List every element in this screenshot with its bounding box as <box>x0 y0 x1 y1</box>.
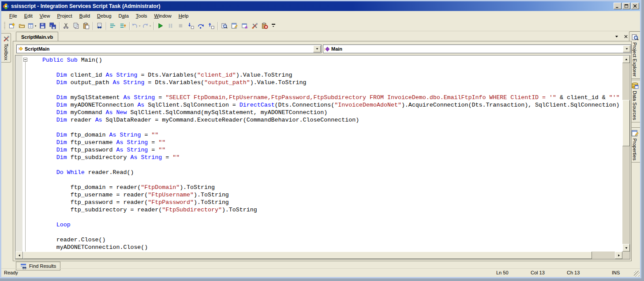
redo-icon <box>142 22 149 29</box>
menu-file[interactable]: File <box>6 12 21 20</box>
save-button[interactable] <box>37 21 48 31</box>
menu-build[interactable]: Build <box>76 12 94 20</box>
code-line <box>28 214 622 221</box>
menu-project[interactable]: Project <box>53 12 75 20</box>
find-in-files-icon <box>96 22 103 29</box>
code-line: Do While reader.Read() <box>28 169 622 176</box>
find-in-files-button[interactable] <box>94 21 105 31</box>
add-new-item-button[interactable] <box>7 21 17 31</box>
horizontal-scrollbar-thumb[interactable] <box>23 251 592 259</box>
outlining-margin <box>22 55 28 251</box>
code-line: ftp_domain = reader("FtpDomain").ToStrin… <box>28 184 622 191</box>
window-title: ssisscript - Integration Services Script… <box>11 3 161 9</box>
code-line: Dim myADONETConnection As SqlClient.SqlC… <box>28 101 622 109</box>
comment-lines-button[interactable] <box>108 21 118 31</box>
error-list-button[interactable] <box>260 21 270 31</box>
save-icon <box>39 22 46 29</box>
uncomment-lines-icon <box>120 22 126 29</box>
collapse-region-toggle[interactable] <box>23 58 27 62</box>
scroll-down-button[interactable] <box>622 244 630 251</box>
maximize-button[interactable] <box>622 3 630 9</box>
step-out-button[interactable] <box>206 21 216 31</box>
document-tab-scriptmain[interactable]: ScriptMain.vb <box>16 32 58 41</box>
open-file-button[interactable] <box>17 21 27 31</box>
close-button[interactable] <box>631 3 639 9</box>
data-sources-icon <box>631 82 639 89</box>
tab-toolbox[interactable]: Toolbox <box>1 33 11 63</box>
resize-grip[interactable] <box>634 271 640 277</box>
title-bar: ssisscript - Integration Services Script… <box>1 1 640 11</box>
types-combobox[interactable]: ScriptMain <box>16 44 322 53</box>
code-line: Dim ftp_subdirectory As String = "" <box>28 154 622 161</box>
code-line: Dim client_id As String = Dts.Variables(… <box>28 71 622 79</box>
add-item-button[interactable] <box>27 21 37 31</box>
undo-button[interactable] <box>131 21 142 31</box>
solution-explorer-icon <box>221 22 228 29</box>
menu-tools[interactable]: Tools <box>132 12 151 20</box>
menu-data[interactable]: Data <box>115 12 132 20</box>
members-combobox[interactable]: Main <box>323 44 631 53</box>
outline-line <box>25 62 26 251</box>
menu-edit[interactable]: Edit <box>21 12 36 20</box>
cut-button[interactable] <box>61 21 71 31</box>
start-debug-button[interactable] <box>155 21 165 31</box>
status-column: Col 13 <box>531 270 545 275</box>
menu-bar: FileEditViewProjectBuildDebugDataToolsWi… <box>1 11 640 21</box>
minimize-button[interactable] <box>614 3 622 9</box>
vertical-scrollbar[interactable] <box>622 55 630 251</box>
step-into-button[interactable] <box>186 21 196 31</box>
menu-debug[interactable]: Debug <box>94 12 115 20</box>
code-line: Loop <box>28 221 622 229</box>
active-files-dropdown-button[interactable] <box>614 33 619 39</box>
code-line <box>28 64 622 71</box>
document-well: ScriptMain Main Public Sub Main() Dim cl… <box>13 41 632 261</box>
toolbox-window-button[interactable] <box>250 21 260 31</box>
members-combobox-value: Main <box>331 46 342 52</box>
tab-label: Properties <box>632 138 637 160</box>
toolbar-overflow-button[interactable] <box>270 21 277 31</box>
horizontal-scrollbar[interactable] <box>15 251 622 259</box>
redo-button[interactable] <box>142 21 152 31</box>
menu-view[interactable]: View <box>36 12 54 20</box>
undo-icon <box>131 22 138 29</box>
paste-button[interactable] <box>81 21 91 31</box>
code-line: Dim ftp_domain As String = "" <box>28 131 622 139</box>
object-browser-icon <box>241 22 248 29</box>
code-line: Public Sub Main() <box>28 56 622 64</box>
comment-lines-icon <box>109 22 116 29</box>
scroll-up-button[interactable] <box>622 55 630 63</box>
scroll-right-button[interactable] <box>615 251 622 259</box>
visual-studio-logo-icon <box>3 3 9 10</box>
window-controls <box>614 3 639 9</box>
close-document-button[interactable] <box>623 33 629 39</box>
copy-icon <box>73 22 79 29</box>
copy-button[interactable] <box>71 21 81 31</box>
tab-label: Data Sources <box>632 91 637 120</box>
code-line: Dim ftp_username As String = "" <box>28 139 622 146</box>
code-text-area[interactable]: Public Sub Main() Dim client_id As Strin… <box>28 55 622 251</box>
members-combobox-dropdown-button[interactable] <box>623 45 630 52</box>
cut-icon <box>63 22 69 29</box>
document-tab-label: ScriptMain.vb <box>21 34 53 40</box>
toolbar-grip[interactable] <box>4 22 5 30</box>
uncomment-lines-button[interactable] <box>118 21 128 31</box>
vertical-scrollbar-thumb[interactable] <box>622 100 630 146</box>
code-line <box>28 176 622 184</box>
code-line: Dim ftp_password As String = "" <box>28 146 622 154</box>
add-item-icon <box>27 22 34 29</box>
stop-debug-button[interactable] <box>176 21 186 31</box>
code-line <box>28 124 622 131</box>
properties-window-button[interactable] <box>229 21 240 31</box>
menu-window[interactable]: Window <box>150 12 175 20</box>
code-editor[interactable]: Public Sub Main() Dim client_id As Strin… <box>15 55 630 259</box>
step-over-button[interactable] <box>196 21 206 31</box>
solution-explorer-button[interactable] <box>219 21 229 31</box>
break-all-button[interactable] <box>165 21 176 31</box>
save-all-button[interactable] <box>48 21 58 31</box>
scroll-left-button[interactable] <box>15 251 23 259</box>
menu-help[interactable]: Help <box>175 12 192 20</box>
code-line: Dim mySqlStatement As String = "SELECT F… <box>28 94 622 101</box>
status-message: Ready <box>4 270 18 275</box>
object-browser-button[interactable] <box>240 21 250 31</box>
types-combobox-dropdown-button[interactable] <box>313 45 321 52</box>
